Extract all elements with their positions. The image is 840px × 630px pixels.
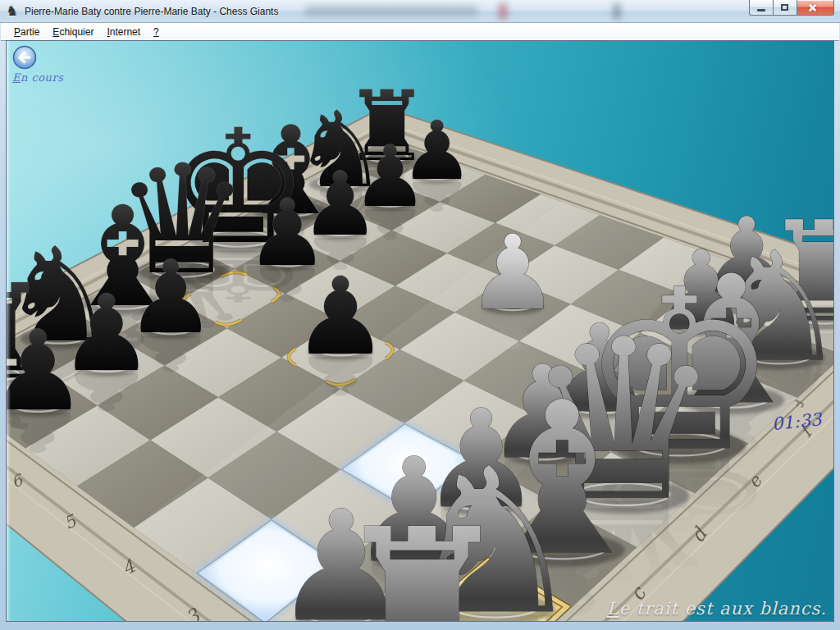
game-state-initial: E [12,71,21,84]
window-controls [749,0,834,16]
game-state-rest: n cours [21,71,63,84]
menu-bar: Partie Echiquier Internet ? [1,23,839,41]
piece-white-r-a1[interactable]: ♜♜ [330,485,514,621]
game-view: 12345678abcdefgh1. f4 d501:33♜♜♟♟♞♞♟♟♝♝♟… [7,41,833,621]
titlebar[interactable]: ♞ Pierre-Marie Baty contre Pierre-Marie … [0,0,840,23]
menu-label: chiquier [59,26,94,38]
app-knight-icon: ♞ [6,3,21,20]
turn-status-label: Le trait est aux blancs. [607,599,827,619]
menu-label: artie [21,26,39,38]
piece-glyph: ♟ [7,307,87,436]
close-button[interactable] [797,0,834,16]
window-title: Pierre-Marie Baty contre Pierre-Marie Ba… [25,6,278,17]
menu-partie[interactable]: Partie [7,25,46,39]
menu-label: nternet [110,26,140,38]
maximize-icon [781,4,788,11]
minimize-icon [757,9,765,11]
piece-glyph: ♟ [293,254,389,379]
menu-help[interactable]: ? [147,25,166,39]
minimize-button[interactable] [749,0,773,16]
back-button[interactable] [11,44,38,71]
game-state-label: En cours [12,71,63,84]
glass-reflection [614,3,620,20]
glass-reflection [305,6,477,16]
menu-echiquier[interactable]: Echiquier [46,25,100,39]
status-initial: L [607,599,619,619]
piece-glyph: ♜ [330,485,514,621]
menu-internet[interactable]: Internet [100,25,147,39]
glass-reflection [499,3,507,20]
chess-board-3d[interactable]: 12345678abcdefgh1. f4 d501:33♜♜♟♟♞♞♟♟♝♝♟… [7,41,833,621]
status-rest: e trait est aux blancs. [619,599,827,619]
piece-black-p-a7[interactable]: ♟♟ [7,307,87,464]
application-window: ♞ Pierre-Marie Baty contre Pierre-Marie … [0,0,840,630]
menu-accel: P [14,26,21,38]
maximize-button[interactable] [773,0,797,16]
piece-black-p-d5[interactable]: ♟♟ [293,254,389,407]
menu-accel: ? [153,26,159,38]
